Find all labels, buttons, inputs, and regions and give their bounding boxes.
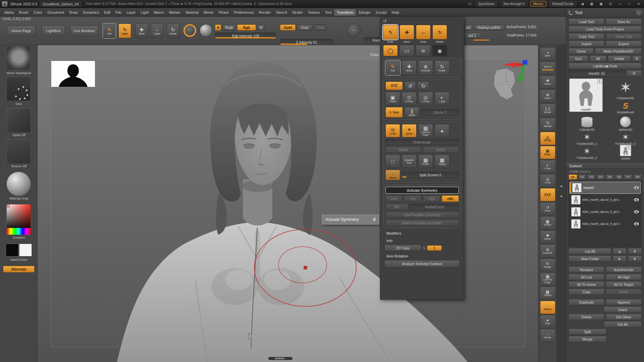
subtool-row-1[interactable]: 0001_mesh0_dat-sci_fi_girl-1 [570, 194, 640, 205]
delete-button[interactable]: Delete [569, 314, 604, 320]
menu-zplugin[interactable]: Zplugin [356, 9, 373, 15]
layout-grid-icon[interactable]: ▦ [588, 1, 595, 7]
bpr-button[interactable]: ◑BPR [540, 47, 555, 61]
copy-tool-button[interactable]: Copy Tool [569, 33, 604, 40]
split-screen-slider[interactable]: Split Screen 0 [402, 172, 459, 178]
all-high-button[interactable]: All High [606, 274, 642, 280]
rotate-mode-button[interactable]: ↻ Rotate [167, 23, 179, 38]
sym-x-button[interactable]: >X< [385, 195, 402, 202]
zoom-button[interactable]: ⊕Zoom [540, 89, 555, 103]
xpose-button[interactable]: ∥Xpose [405, 107, 419, 118]
zcut-button[interactable]: Zcut [314, 24, 327, 31]
default-zscript-button[interactable]: DefaultZScript [549, 1, 576, 7]
move-view-button[interactable]: ✚Move [540, 230, 555, 244]
current-alpha-thumbnail[interactable] [6, 108, 31, 133]
clone-button[interactable]: Clone [569, 48, 594, 54]
duplicate-button[interactable]: Duplicate [569, 299, 604, 305]
ghost-button[interactable]: ◌Ghost [385, 170, 400, 180]
zoom3d-button[interactable]: ⊕Zoom3D [540, 244, 555, 258]
document-name[interactable]: DynaMesh_Sphere_64 [40, 1, 81, 7]
spix-slider[interactable]: SPix 3 [540, 61, 555, 75]
tab-v2[interactable]: V2 [578, 174, 587, 180]
tab-v5[interactable]: V5 [605, 174, 614, 180]
monitor-icon[interactable]: ⊡ [607, 1, 614, 7]
move-mode-button[interactable]: ✚ Move [135, 23, 148, 38]
rename-button[interactable]: Rename [569, 266, 604, 273]
color-gradient-picker[interactable] [6, 204, 31, 235]
export-button[interactable]: Export [606, 41, 642, 47]
collapse-tray-icon2[interactable]: ◀ [560, 194, 562, 198]
edit-mode-button[interactable]: ✎ Edit [103, 23, 116, 38]
back-icon[interactable]: ◀ [579, 1, 586, 7]
tab-v7[interactable]: V7 [624, 174, 633, 180]
sym-m-button[interactable]: >M< [442, 195, 459, 202]
replay-last-rel-button[interactable]: ReplayLastRel [474, 24, 504, 31]
menu-texture[interactable]: Texture [305, 9, 322, 15]
close-button[interactable]: ✕ [635, 1, 642, 7]
polymesh3d-2-tool[interactable]: ✶ [609, 132, 642, 142]
layout-grid2-icon[interactable]: ▣ [598, 1, 604, 7]
menu-marker[interactable]: Marker [167, 9, 183, 15]
analyze-selected-subtool-button[interactable]: Analyze Selected Subtool [384, 260, 460, 267]
ptsel-button[interactable]: ▦Pt Sel [418, 155, 433, 168]
mesh0-small-tool[interactable]: 5 [620, 145, 631, 156]
tool-palette-header[interactable]: Tool ↻ [566, 8, 644, 17]
palette-cycle-icon[interactable]: ↻ [636, 10, 641, 15]
sym-y-button[interactable]: >Y< [404, 195, 421, 202]
zsub-button[interactable]: Zsub [297, 24, 312, 31]
pivot-button[interactable]: ↺Pivot [540, 202, 555, 216]
home-page-button[interactable]: Home Page [7, 25, 36, 36]
make-polymesh3d-button[interactable]: Make PolyMesh3D [595, 48, 642, 54]
document-preview-thumbnail[interactable] [51, 61, 95, 87]
transp-button[interactable]: ▩Transp [540, 287, 555, 300]
matcap-sphere-icon[interactable]: ● [435, 124, 449, 137]
3d-copy-button[interactable]: 3D Copy [384, 245, 421, 251]
lsym-button[interactable]: ◐L.Sym [540, 160, 555, 173]
current-brush-icon[interactable] [183, 24, 196, 37]
menu-transform[interactable]: Transform [334, 9, 356, 15]
current-material-thumbnail[interactable] [6, 172, 31, 196]
solo-button[interactable]: ●Solo [540, 315, 555, 328]
copy-subtool-button[interactable]: Copy [569, 289, 604, 295]
simplebrush-tool[interactable]: S [609, 101, 642, 111]
menu-zscript[interactable]: Zscript [373, 9, 389, 15]
all-to-home-button[interactable]: All To Home [569, 281, 604, 288]
eye-icon[interactable] [634, 210, 639, 214]
load-tool-button[interactable]: Load Tool [569, 18, 604, 25]
draft-angle-slider[interactable]: Draft Angle [385, 139, 459, 145]
all-to-target-button[interactable]: All To Target [606, 281, 642, 288]
tab-v1[interactable]: V1 [569, 174, 577, 180]
folder-out-button[interactable]: ► [613, 255, 627, 262]
menu-dynamics[interactable]: Dynamics [80, 9, 101, 15]
texture-wave-icon[interactable]: ≋ [416, 45, 431, 56]
menu-edit[interactable]: Edit [102, 9, 113, 15]
sym-z-button[interactable]: >Z< [423, 195, 440, 202]
replay-last1-fragment[interactable]: ast 1 [464, 33, 480, 39]
secondary-color-swatch[interactable] [19, 244, 32, 256]
frame-button[interactable]: ▣Frame [385, 92, 400, 105]
popup-zoom3d-button[interactable]: ⊕Zoom3D [418, 60, 433, 75]
menu-help[interactable]: Help [389, 9, 402, 15]
saturation-square[interactable] [7, 204, 31, 228]
menu-color[interactable]: Color [31, 9, 45, 15]
frame-button[interactable]: ▣Frame [540, 216, 555, 230]
menu-stroke[interactable]: Stroke [290, 9, 305, 15]
menu-layer[interactable]: Layer [124, 9, 138, 15]
goz-visible-button[interactable]: Visible [608, 55, 631, 62]
main-color-swatch[interactable] [6, 244, 18, 256]
lightbox-tools-button[interactable]: Lightbox▶Tools [569, 63, 642, 69]
eye-icon[interactable] [634, 198, 639, 201]
undo-icon[interactable]: ↺ [383, 19, 387, 23]
append-button[interactable]: Append [606, 299, 642, 305]
m-button[interactable]: M [257, 24, 265, 31]
draw-mode-button[interactable]: ✎ Draw [118, 23, 131, 38]
scale-mode-button[interactable]: ⇔ Scale [151, 23, 163, 38]
menu-picker[interactable]: Picker [216, 9, 231, 15]
menu-light[interactable]: Light [139, 9, 151, 15]
split-button[interactable]: Split [569, 328, 606, 335]
cylinder3d-tool[interactable] [581, 117, 593, 127]
canvas-horizontal-scrollbar[interactable] [268, 357, 292, 360]
xpose-button[interactable]: ∴Xpose [540, 329, 555, 342]
load-tools-from-project-button[interactable]: Load Tools From Project [569, 26, 642, 32]
z-intensity-slider[interactable]: Z Intensity 51 [280, 39, 333, 45]
